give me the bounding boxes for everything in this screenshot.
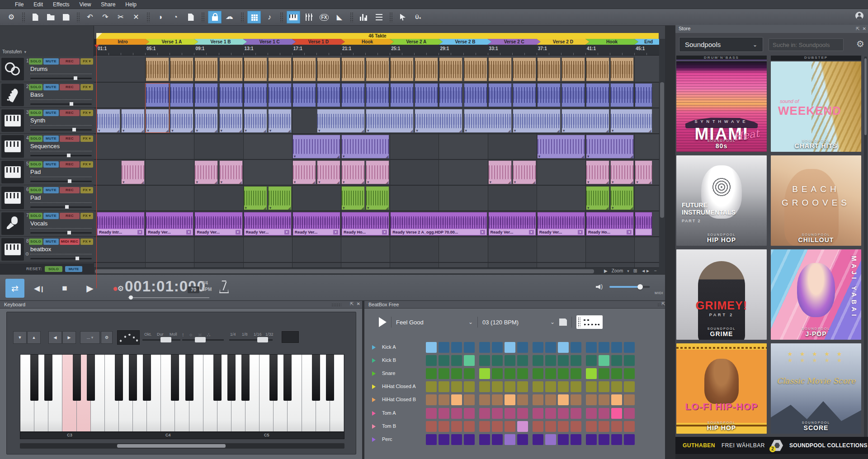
keyboard-panel-grip[interactable] (331, 303, 341, 306)
partial-tile[interactable]: DUBSTEP (771, 56, 861, 61)
audio-clip[interactable] (366, 57, 389, 81)
track-icon-box[interactable] (1, 84, 24, 106)
beatbox-step[interactable] (545, 408, 556, 419)
rec-button[interactable]: REC (60, 213, 80, 219)
master-volume-thumb[interactable] (637, 284, 643, 290)
note-value-label[interactable]: 1/4 (230, 332, 236, 337)
track-volume-thumb[interactable] (67, 154, 71, 157)
beatbox-step[interactable] (545, 381, 556, 392)
track-name[interactable]: Pad (30, 169, 41, 175)
audio-clip[interactable] (488, 83, 512, 107)
black-key[interactable] (171, 355, 179, 401)
audio-clip[interactable] (244, 109, 267, 133)
beatbox-step[interactable] (492, 381, 503, 392)
arrangement-length-bar[interactable]: 46 Takte (96, 33, 659, 39)
audio-clip[interactable]: Ready Ver...▾ (537, 212, 585, 236)
beatbox-step[interactable] (479, 394, 490, 405)
mute-button[interactable]: MUTE (43, 213, 59, 219)
audio-clip[interactable]: Ready Ho...▾ (341, 212, 389, 236)
audio-clip[interactable] (488, 57, 512, 81)
audio-clip[interactable] (586, 186, 609, 210)
perc-play-icon[interactable] (372, 437, 376, 442)
audio-clip[interactable] (292, 160, 316, 184)
vertical-scrollbar[interactable] (660, 82, 664, 218)
beatbox-step[interactable] (586, 421, 597, 432)
track-volume-slider[interactable] (30, 258, 92, 259)
track-volume-slider[interactable] (30, 129, 92, 131)
audio-clip[interactable]: Ready Ver...▾ (292, 212, 340, 236)
visualizer-button[interactable] (357, 11, 370, 23)
audio-clip[interactable] (341, 160, 365, 184)
section-marker[interactable]: Hook (585, 39, 638, 45)
store-button[interactable] (208, 11, 222, 23)
beatbox-step[interactable] (599, 342, 609, 353)
black-key[interactable] (30, 355, 38, 401)
beatbox-step[interactable] (479, 342, 490, 353)
beatbox-step[interactable] (571, 408, 581, 419)
collections-label[interactable]: SOUNDPOOL COLLECTIONS (789, 442, 868, 449)
beatbox-step[interactable] (426, 421, 437, 432)
track-name[interactable]: Synth (30, 117, 45, 124)
audio-clip[interactable] (268, 186, 292, 210)
zoom-horizontal-icon[interactable]: ◄► (641, 268, 650, 273)
section-marker[interactable]: Intro (96, 39, 149, 45)
beatbox-step[interactable] (517, 381, 528, 392)
fx-button[interactable]: FX ▾ (80, 187, 93, 193)
beatbox-step[interactable] (464, 408, 475, 419)
menu-help[interactable]: Help (120, 0, 142, 9)
track-volume-thumb[interactable] (75, 257, 79, 260)
beatbox-step[interactable] (624, 342, 635, 353)
beatbox-step[interactable] (586, 368, 597, 379)
audio-clip[interactable] (170, 83, 193, 107)
section-marker[interactable]: Verse 2 A (390, 39, 443, 45)
scale-slider-thumb[interactable] (160, 337, 171, 342)
audio-clip[interactable] (341, 83, 365, 107)
audio-clip[interactable]: Ready Ho...▾ (586, 212, 634, 236)
beatbox-step[interactable] (464, 342, 475, 353)
prev-sound-button[interactable]: ◀ (48, 331, 62, 344)
beatbox-step[interactable] (426, 394, 437, 405)
solo-button[interactable]: SOLO (29, 213, 42, 219)
beatbox-step[interactable] (599, 434, 609, 445)
note-value-label[interactable]: 1/32 (265, 332, 274, 337)
beatbox-step[interactable] (492, 355, 503, 366)
beatbox-step[interactable] (611, 368, 622, 379)
beatbox-step[interactable] (586, 408, 597, 419)
hihat-closed-a-play-icon[interactable] (372, 384, 376, 389)
audio-clip[interactable] (121, 109, 145, 133)
black-key[interactable] (326, 355, 334, 401)
beatbox-step[interactable] (558, 381, 569, 392)
beatbox-step[interactable] (533, 394, 543, 405)
pattern-slider[interactable] (182, 339, 224, 341)
speaker-icon[interactable] (596, 283, 605, 291)
beatbox-step[interactable] (439, 421, 449, 432)
soundpool-tile[interactable]: GRIMEY!PART 2SOUNDPOOLGRIME (676, 249, 767, 340)
audio-clip[interactable] (292, 57, 316, 81)
audio-clip[interactable] (513, 83, 536, 107)
tonstufen-control[interactable]: Tonstufen (2, 49, 26, 54)
audio-clip[interactable] (366, 109, 414, 133)
audio-clip[interactable] (513, 57, 536, 81)
beatbox-step[interactable] (492, 342, 503, 353)
audio-clip[interactable] (268, 83, 292, 107)
next-sound-button[interactable]: ▶ (62, 331, 76, 344)
arrangement-grid[interactable]: Ready Intr...▾Ready Ver...▾Ready Ver...▾… (94, 56, 659, 288)
fx-button[interactable]: FX ▾ (80, 213, 93, 219)
beatbox-step[interactable] (571, 342, 581, 353)
redo-button[interactable]: ↷ (99, 11, 112, 23)
piano-keyboard[interactable] (20, 354, 344, 432)
metronome-icon[interactable] (218, 281, 229, 292)
beatbox-step[interactable] (624, 421, 635, 432)
clip-menu-icon[interactable]: ▾ (186, 230, 191, 234)
beatbox-step[interactable] (545, 355, 556, 366)
beatbox-step[interactable] (624, 355, 635, 366)
audio-clip[interactable]: Ready Intr...▾ (97, 212, 145, 236)
audio-clip[interactable] (244, 83, 267, 107)
note-value-slider-thumb[interactable] (257, 337, 268, 342)
soundpool-tile[interactable]: Classic Movie ScoreSOUNDPOOLSCORE (771, 343, 861, 434)
mouse-mode-button[interactable] (396, 11, 410, 23)
instruments-button[interactable] (287, 11, 300, 23)
beatbox-step[interactable] (517, 434, 528, 445)
beatbox-step[interactable] (533, 342, 543, 353)
audio-clip[interactable] (513, 160, 536, 184)
